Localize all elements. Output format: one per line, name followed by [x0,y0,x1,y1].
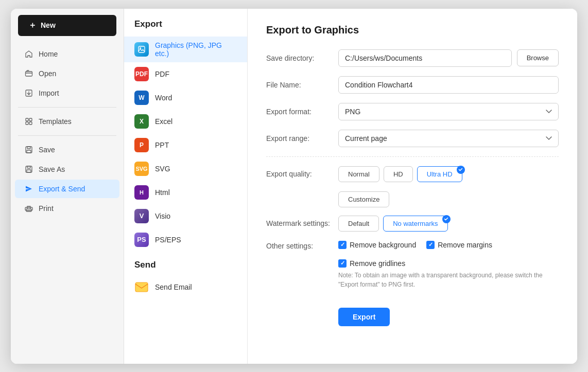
svg-rect-14 [139,46,145,52]
watermark-none-label: No watermarks [393,220,438,227]
sidebar-item-print[interactable]: Print [15,199,119,218]
sidebar-item-home[interactable]: Home [15,45,119,63]
export-range-row: Export range: Current page All pages Cus… [266,130,559,147]
form-divider [266,156,559,157]
export-item-send-email[interactable]: Send Email [124,275,247,299]
export-excel-label: Excel [155,117,172,126]
svg-rect-16 [135,282,148,292]
quality-normal-button[interactable]: Normal [338,166,379,182]
export-item-pdf[interactable]: PDF PDF [124,62,247,86]
browse-button[interactable]: Browse [517,49,559,66]
svg-rect-3 [29,118,32,121]
app-window: ＋ New Home Open Import [11,9,577,364]
sidebar-divider-1 [18,107,116,108]
new-button[interactable]: ＋ New [18,15,116,36]
sidebar-nav: Home Open Import Templates [11,42,124,220]
ppt-icon: P [134,138,149,152]
checkboxes-group: Remove background Remove margins Remove … [338,241,559,289]
export-quality-row: Export quality: Normal HD Ultra HD [266,166,559,182]
file-name-label: File Name: [266,81,338,89]
watermark-none-button[interactable]: No watermarks [383,216,447,232]
quality-check-icon [457,166,465,174]
export-panel: Export Graphics (PNG, JPG etc.) PDF PDF … [124,9,248,364]
sidebar-item-save-as-label: Save As [39,165,65,173]
sidebar-item-export-send[interactable]: Export & Send [15,180,119,198]
new-label: New [41,21,56,29]
export-format-select[interactable]: PNG JPG BMP SVG TIFF [338,103,559,120]
note-text: Note: To obtain an image with a transpar… [338,271,555,289]
import-icon [24,88,33,98]
export-item-graphics[interactable]: Graphics (PNG, JPG etc.) [124,37,247,62]
sidebar-item-home-label: Home [39,50,58,58]
watermark-label: Watermark settings: [266,219,338,227]
export-range-field: Current page All pages Custom range [338,130,559,147]
file-name-field [338,76,559,94]
save-directory-input[interactable] [338,49,512,67]
customize-button[interactable]: Customize [338,191,389,207]
print-icon [24,204,33,213]
excel-icon: X [134,114,149,129]
export-pdf-label: PDF [155,70,169,78]
export-button-row: Export [266,298,559,326]
sidebar-item-import-label: Import [39,89,59,97]
export-item-ppt[interactable]: P PPT [124,133,247,157]
svg-rect-7 [27,147,30,149]
remove-margins-checkbox[interactable] [426,241,435,249]
export-title: Export [124,19,247,37]
remove-bg-checkbox[interactable] [338,241,347,249]
save-directory-label: Save directory: [266,54,338,62]
file-name-input[interactable] [338,76,559,94]
sidebar-item-import[interactable]: Import [15,84,119,102]
export-pseps-label: PS/EPS [155,236,181,244]
checkbox-remove-margins[interactable]: Remove margins [426,241,492,249]
export-item-svg[interactable]: SVG SVG [124,157,247,181]
export-item-pseps[interactable]: PS PS/EPS [124,228,247,252]
export-details-title: Export to Graphics [266,24,559,36]
export-format-label: Export format: [266,108,338,116]
svg-icon: SVG [134,162,149,176]
quality-ultra-hd-button[interactable]: Ultra HD [417,166,462,182]
svg-rect-10 [27,166,30,168]
remove-gridlines-checkbox[interactable] [338,259,347,268]
other-settings-label: Other settings: [266,241,338,250]
export-ppt-label: PPT [155,141,169,149]
send-email-label: Send Email [155,283,192,291]
export-graphics-label: Graphics (PNG, JPG etc.) [155,41,237,58]
checkboxes: Remove background Remove margins Remove … [338,241,559,268]
graphics-icon [134,42,149,57]
export-html-label: Html [155,188,170,197]
export-item-html[interactable]: H Html [124,181,247,204]
sidebar-item-open[interactable]: Open [15,64,119,83]
export-item-visio[interactable]: V Visio [124,204,247,228]
export-item-word[interactable]: W Word [124,86,247,110]
quality-hd-button[interactable]: HD [384,166,413,182]
save-directory-row: Save directory: Browse [266,49,559,67]
remove-margins-label: Remove margins [438,241,492,249]
export-button[interactable]: Export [338,308,390,326]
svg-rect-2 [26,118,28,121]
send-title: Send [124,252,247,275]
sidebar-item-save-as[interactable]: Save As [15,160,119,179]
export-item-excel[interactable]: X Excel [124,110,247,133]
export-quality-label: Export quality: [266,170,338,178]
checkbox-remove-gridlines[interactable]: Remove gridlines [338,259,405,268]
export-word-label: Word [155,94,172,102]
sidebar-item-templates[interactable]: Templates [15,112,119,131]
svg-point-15 [140,47,141,49]
sidebar-item-save[interactable]: Save [15,140,119,159]
watermark-buttons: Default No watermarks [338,216,448,232]
export-range-select[interactable]: Current page All pages Custom range [338,130,559,147]
export-send-icon [24,184,33,193]
watermark-check-icon [442,215,451,223]
sidebar-item-print-label: Print [39,204,54,212]
watermark-default-button[interactable]: Default [338,216,379,232]
checkbox-remove-bg[interactable]: Remove background [338,241,416,249]
other-settings-row: Other settings: Remove background Remove… [266,241,559,289]
save-directory-field: Browse [338,49,559,67]
home-icon [24,49,33,59]
plus-icon: ＋ [28,20,37,31]
sidebar-item-save-label: Save [39,146,55,154]
main-content: Export Graphics (PNG, JPG etc.) PDF PDF … [124,9,577,364]
svg-rect-0 [26,72,32,76]
svg-rect-11 [27,170,31,172]
